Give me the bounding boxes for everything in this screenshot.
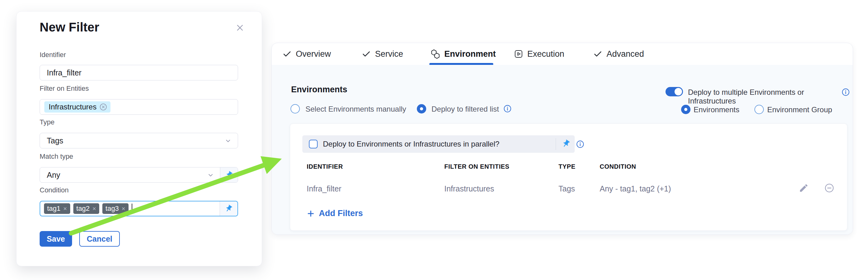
condition-tag-label: tag1: [47, 205, 61, 213]
tab-service[interactable]: Service: [362, 43, 403, 65]
type-value: Tags: [40, 136, 63, 145]
identifier-value: Infra_filter: [40, 68, 82, 77]
add-filters-button[interactable]: Add Filters: [306, 209, 363, 218]
condition-input[interactable]: tag1 × tag2 × tag3 ×: [40, 201, 238, 216]
cell-type: Tags: [558, 184, 575, 193]
cell-condition: Any - tag1, tag2 (+1): [600, 184, 671, 193]
divider: [556, 138, 556, 150]
column-header: TYPE: [558, 163, 575, 170]
environments-heading: Environments: [291, 85, 347, 95]
cancel-button[interactable]: Cancel: [79, 231, 120, 247]
filter-on-entities-input[interactable]: Infrastructures: [40, 99, 238, 115]
stage-config-panel: Overview Service Environment Execution: [272, 43, 853, 235]
info-icon[interactable]: [576, 140, 584, 150]
radio-label: Environments: [693, 105, 740, 114]
check-icon: [362, 49, 371, 59]
tab-overview[interactable]: Overview: [282, 43, 331, 65]
match-type-label: Match type: [40, 152, 73, 161]
radio-label: Environment Group: [767, 105, 832, 114]
pin-icon[interactable]: [562, 139, 570, 149]
entities-chip-label: Infrastructures: [49, 103, 96, 111]
tab-advanced[interactable]: Advanced: [593, 43, 644, 65]
plus-icon: [306, 209, 315, 218]
environment-tab-content: Environments Select Environments manuall…: [272, 65, 853, 235]
edit-pencil-icon[interactable]: [799, 183, 809, 193]
info-icon[interactable]: [841, 88, 850, 98]
tab-label: Service: [375, 49, 403, 59]
identifier-input[interactable]: Infra_filter: [40, 65, 238, 80]
tag-remove-icon[interactable]: ×: [63, 205, 67, 212]
filter-on-entities-label: Filter on Entities: [40, 84, 89, 93]
cell-identifier: Infra_filter: [307, 184, 341, 193]
type-label: Type: [40, 118, 55, 126]
remove-minus-icon[interactable]: [824, 183, 834, 193]
pin-icon[interactable]: [220, 202, 238, 216]
chevron-down-icon: [207, 172, 214, 180]
match-type-value: Any: [40, 171, 60, 180]
check-icon: [593, 49, 602, 59]
toggle-label: Deploy to multiple Environments or Infra…: [688, 88, 853, 105]
column-header: CONDITION: [600, 163, 636, 170]
identifier-label: Identifier: [40, 51, 66, 59]
type-select[interactable]: Tags: [40, 133, 238, 148]
page: New Filter Identifier Infra_filter Filte…: [0, 0, 868, 280]
execution-icon: [514, 49, 523, 59]
tab-label: Environment: [444, 49, 496, 59]
condition-tag-label: tag2: [76, 205, 90, 213]
condition-tag: tag3 ×: [102, 203, 128, 214]
add-filters-label: Add Filters: [319, 209, 363, 218]
save-button[interactable]: Save: [40, 231, 72, 247]
filters-card: Deploy to Environments or Infrastructure…: [290, 124, 847, 231]
tab-environment[interactable]: Environment: [430, 43, 496, 65]
radio-select-environments-manually[interactable]: [290, 104, 300, 113]
condition-label: Condition: [40, 186, 69, 194]
condition-tag: tag2 ×: [73, 203, 99, 214]
parallel-checkbox-label: Deploy to Environments or Infrastructure…: [323, 135, 499, 153]
text-cursor: [132, 204, 132, 214]
check-icon: [282, 49, 292, 59]
tab-label: Execution: [527, 49, 564, 59]
tab-bar: Overview Service Environment Execution: [272, 43, 853, 65]
pin-icon[interactable]: [220, 168, 238, 182]
modal-title: New Filter: [40, 20, 99, 34]
close-icon[interactable]: [234, 22, 246, 34]
new-filter-modal: New Filter Identifier Infra_filter Filte…: [16, 11, 262, 266]
chip-remove-icon[interactable]: [99, 103, 107, 111]
deploy-multiple-toggle[interactable]: [665, 87, 683, 96]
tag-remove-icon[interactable]: ×: [122, 205, 125, 212]
column-header: IDENTIFIER: [307, 163, 343, 170]
tab-label: Overview: [296, 49, 331, 59]
environment-icon: [430, 49, 440, 59]
radio-deploy-to-filtered-list[interactable]: [417, 104, 426, 113]
radio-label: Deploy to filtered list: [432, 105, 499, 113]
condition-tag-label: tag3: [105, 205, 119, 213]
radio-environment-group[interactable]: [754, 105, 764, 114]
parallel-option-strip: Deploy to Environments or Infrastructure…: [302, 135, 575, 153]
radio-label: Select Environments manually: [306, 105, 406, 113]
tab-execution[interactable]: Execution: [514, 43, 564, 65]
cell-filter-on-entities: Infrastructures: [444, 184, 494, 193]
parallel-checkbox[interactable]: [309, 140, 318, 148]
radio-environments[interactable]: [681, 105, 690, 114]
tag-remove-icon[interactable]: ×: [92, 205, 96, 212]
column-header: FILTER ON ENTITIES: [444, 163, 509, 170]
info-icon[interactable]: [503, 104, 512, 114]
chevron-down-icon: [225, 138, 231, 146]
condition-tag: tag1 ×: [44, 203, 70, 214]
entities-chip: Infrastructures: [44, 101, 111, 112]
match-type-select[interactable]: Any: [40, 167, 238, 183]
tab-label: Advanced: [607, 49, 644, 59]
